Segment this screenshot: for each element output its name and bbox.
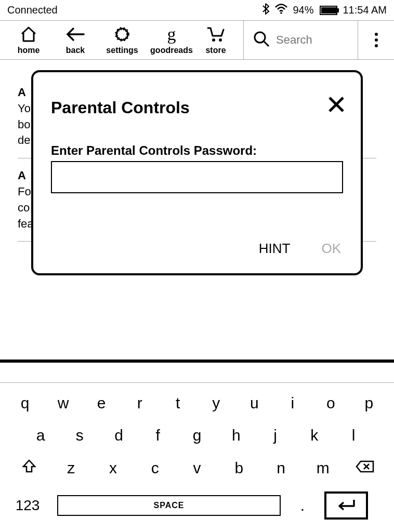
key-y[interactable]: y (201, 394, 232, 412)
keyboard-row-3: zxcvbnm (9, 459, 385, 477)
ok-button[interactable]: OK (321, 241, 341, 257)
status-right: 94% 11:54 AM (262, 3, 387, 17)
backspace-icon (356, 460, 374, 473)
parental-controls-dialog: Parental Controls Enter Parental Control… (31, 70, 363, 275)
key-i[interactable]: i (277, 394, 308, 412)
key-m[interactable]: m (307, 459, 338, 477)
svg-point-5 (255, 32, 265, 43)
key-t[interactable]: t (162, 394, 193, 412)
home-button[interactable]: home (5, 25, 52, 55)
back-icon (66, 25, 85, 44)
settings-icon (114, 25, 130, 44)
key-e[interactable]: e (86, 394, 117, 412)
key-s[interactable]: s (64, 427, 95, 444)
cart-icon (207, 25, 225, 44)
key-g[interactable]: g (181, 427, 213, 444)
key-x[interactable]: x (98, 459, 129, 477)
home-label: home (18, 46, 40, 55)
enter-icon (336, 498, 356, 513)
period-key[interactable]: . (292, 497, 313, 514)
key-n[interactable]: n (266, 459, 297, 477)
backspace-key[interactable] (349, 459, 380, 477)
symbols-key[interactable]: 123 (9, 497, 46, 514)
svg-line-6 (264, 42, 269, 46)
goodreads-icon: g (167, 25, 176, 44)
dots-icon (375, 33, 378, 36)
key-q[interactable]: q (9, 394, 41, 412)
key-k[interactable]: k (299, 427, 330, 444)
key-a[interactable]: a (25, 427, 56, 444)
key-w[interactable]: w (48, 394, 79, 412)
goodreads-label: goodreads (150, 46, 193, 55)
connection-status: Connected (7, 4, 58, 16)
settings-label: settings (106, 46, 138, 55)
key-z[interactable]: z (56, 459, 87, 477)
back-label: back (66, 46, 85, 55)
toolbar: home back settings g goodreads store (0, 21, 394, 60)
shift-key[interactable] (14, 459, 45, 477)
goodreads-button[interactable]: g goodreads (146, 25, 198, 55)
space-key[interactable]: SPACE (57, 495, 281, 516)
svg-point-3 (212, 38, 215, 42)
battery-percent: 94% (293, 4, 313, 16)
menu-button[interactable] (358, 21, 394, 59)
key-c[interactable]: c (139, 459, 170, 477)
settings-button[interactable]: settings (99, 25, 146, 55)
key-l[interactable]: l (338, 427, 369, 444)
key-d[interactable]: d (103, 427, 135, 444)
enter-key[interactable] (324, 491, 368, 520)
search-box[interactable] (243, 21, 358, 59)
wifi-icon (275, 4, 287, 17)
keyboard: qwertyuiop asdfghjkl zxcvbnm 123 SPACE . (0, 360, 394, 532)
battery-icon (320, 6, 337, 15)
home-icon (20, 25, 37, 44)
keyboard-row-2: asdfghjkl (9, 427, 385, 444)
key-j[interactable]: j (260, 427, 291, 444)
key-f[interactable]: f (142, 427, 174, 444)
clock: 11:54 AM (343, 4, 387, 16)
status-bar: Connected 94% 11:54 AM (0, 0, 394, 21)
close-button[interactable] (327, 96, 345, 115)
password-label: Enter Parental Controls Password: (51, 143, 343, 158)
keyboard-row-4: 123 SPACE . (9, 491, 385, 520)
svg-point-4 (219, 38, 222, 42)
svg-point-0 (281, 12, 283, 14)
key-h[interactable]: h (220, 427, 252, 444)
password-input[interactable] (51, 161, 343, 193)
key-r[interactable]: r (124, 394, 155, 412)
search-icon (253, 31, 270, 49)
key-b[interactable]: b (224, 459, 255, 477)
key-v[interactable]: v (181, 459, 213, 477)
key-p[interactable]: p (353, 394, 385, 412)
back-button[interactable]: back (52, 25, 99, 55)
store-button[interactable]: store (198, 25, 234, 55)
search-input[interactable] (276, 33, 328, 47)
key-o[interactable]: o (315, 394, 346, 412)
dialog-title: Parental Controls (51, 98, 343, 117)
shift-icon (22, 459, 36, 473)
keyboard-row-1: qwertyuiop (9, 394, 385, 412)
bluetooth-icon (262, 3, 270, 17)
key-u[interactable]: u (239, 394, 270, 412)
store-label: store (205, 46, 226, 55)
hint-button[interactable]: HINT (259, 241, 291, 257)
close-icon (327, 96, 345, 113)
